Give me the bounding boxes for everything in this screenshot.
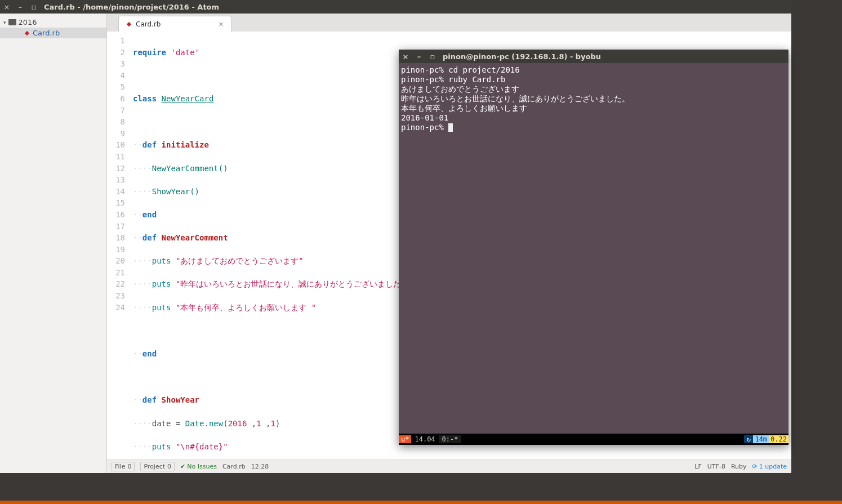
tree-file-label: Card.rb [33,29,60,37]
terminal-window[interactable]: × – ▫ pinon@pinon-pc (192.168.1.8) - byo… [399,50,788,445]
maximize-icon[interactable]: ▫ [30,3,37,11]
minimize-icon[interactable]: – [17,3,24,11]
status-bar: File0 Project0 ✔No Issues Card.rb 12:28 … [107,460,791,473]
status-cursor-pos: 12:28 [251,463,269,470]
window-title: Card.rb - /home/pinon/project/2016 - Ato… [44,3,219,11]
status-updates[interactable]: ⟳1 update [752,463,787,470]
byobu-statusbar: u* 14.04 0:-* ↻ 14m 0.22 [399,434,788,445]
file-tree[interactable]: ▾ 2016 ◆ Card.rb [0,14,107,473]
close-icon[interactable]: × [402,52,409,61]
status-encoding[interactable]: UTF-8 [707,463,725,470]
status-filename: Card.rb [222,463,246,470]
tab-label: Card.rb [136,20,161,28]
tree-folder-label: 2016 [19,18,37,26]
atom-titlebar[interactable]: × – ▫ Card.rb - /home/pinon/project/2016… [0,0,791,14]
tab-card[interactable]: ◆ Card.rb × [118,16,231,32]
tree-file-card[interactable]: ◆ Card.rb [0,28,106,38]
tab-bar[interactable]: ◆ Card.rb × [107,14,791,32]
byobu-load: 0.22 [769,435,788,443]
folder-icon [8,19,16,25]
terminal-title: pinon@pinon-pc (192.168.1.8) - byobu [443,52,601,61]
terminal-body[interactable]: pinon-pc% cd project/2016pinon-pc% ruby … [399,63,788,434]
check-icon: ✔ [180,463,185,470]
status-language[interactable]: Ruby [731,463,747,470]
chevron-down-icon: ▾ [3,20,6,25]
maximize-icon[interactable]: ▫ [429,52,436,61]
close-icon[interactable]: × [3,3,10,11]
terminal-titlebar[interactable]: × – ▫ pinon@pinon-pc (192.168.1.8) - byo… [399,50,788,63]
refresh-icon: ↻ [744,435,753,443]
close-tab-icon[interactable]: × [218,20,224,28]
tree-folder-root[interactable]: ▾ 2016 [0,17,106,28]
byobu-version: 14.04 [411,435,438,443]
status-project[interactable]: Project0 [140,462,175,471]
minimize-icon[interactable]: – [416,52,422,61]
status-eol[interactable]: LF [694,463,701,470]
squirrel-icon: ⟳ [752,463,758,470]
byobu-uptime: 14m [753,435,769,443]
status-file[interactable]: File0 [112,462,135,471]
status-issues[interactable]: ✔No Issues [180,463,217,470]
desktop-panel [0,501,842,504]
line-gutter: 123456789101112131415161718192021222324 [107,32,130,460]
ruby-icon: ◆ [126,21,132,28]
byobu-logo: u* [399,435,411,443]
byobu-session: 0:-* [439,435,462,443]
ruby-icon: ◆ [24,30,30,37]
